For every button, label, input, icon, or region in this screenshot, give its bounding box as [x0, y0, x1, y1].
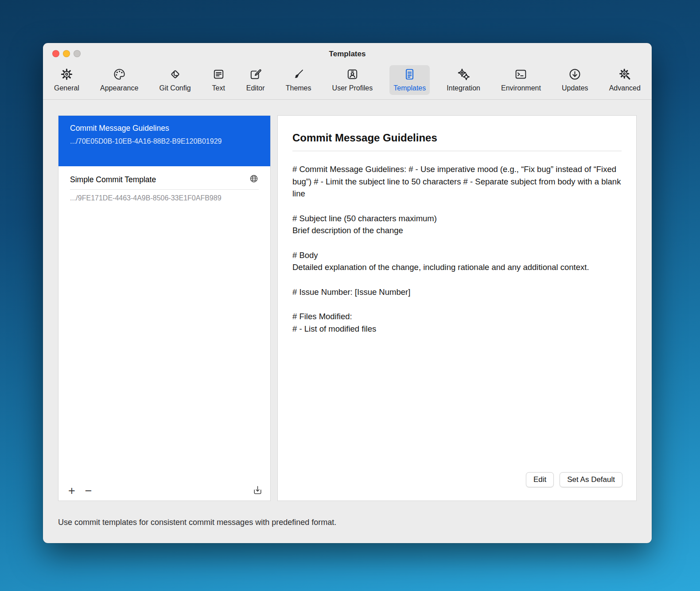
tab-environment[interactable]: Environment — [497, 65, 545, 95]
tab-general[interactable]: General — [50, 65, 83, 95]
zoom-window-button[interactable] — [74, 50, 81, 57]
template-paragraph: # Files Modified: # - List of modified f… — [292, 310, 622, 335]
list-controls: + − — [66, 485, 263, 497]
row-separator — [70, 189, 259, 190]
text-lines-icon — [212, 67, 226, 83]
template-detail-panel: Commit Message Guidelines # Commit Messa… — [277, 115, 637, 501]
desktop: { "window": { "title": "Templates" }, "t… — [0, 0, 700, 591]
template-path: .../70E05D0B-10EB-4A16-88B2-B9E120B01929 — [70, 137, 259, 146]
palette-icon — [113, 67, 126, 83]
list-item-commit-message-guidelines[interactable]: Commit Message Guidelines .../70E05D0B-1… — [58, 116, 270, 166]
tab-label: Appearance — [100, 84, 138, 92]
template-paragraph: # Body Detailed explanation of the chang… — [292, 249, 622, 274]
gear-wrench-icon — [618, 67, 632, 83]
tab-label: Integration — [447, 84, 480, 92]
terminal-icon — [514, 67, 528, 83]
import-icon — [252, 490, 263, 497]
template-list-panel: Commit Message Guidelines .../70E05D0B-1… — [58, 115, 271, 501]
person-card-icon — [346, 67, 359, 83]
window-title: Templates — [329, 48, 366, 59]
tab-templates[interactable]: Templates — [389, 65, 430, 95]
tab-label: Environment — [501, 84, 541, 92]
tab-advanced[interactable]: Advanced — [605, 65, 645, 95]
minimize-window-button[interactable] — [63, 50, 70, 57]
traffic-lights — [52, 50, 81, 57]
tab-label: User Profiles — [332, 84, 373, 92]
template-title: Commit Message Guidelines — [70, 123, 169, 133]
gears-icon — [457, 67, 471, 83]
globe-icon — [249, 174, 259, 185]
titlebar: Templates — [43, 43, 652, 63]
tab-user-profiles[interactable]: User Profiles — [328, 65, 377, 95]
template-paragraph: # Commit Message Guidelines: # - Use imp… — [292, 163, 622, 200]
edit-button[interactable]: Edit — [526, 472, 554, 487]
list-item-simple-commit-template[interactable]: Simple Commit Template .../9FE171DE-4463… — [58, 166, 270, 209]
set-as-default-button[interactable]: Set As Default — [560, 472, 622, 487]
tab-label: Git Config — [159, 84, 191, 92]
tab-label: Templates — [393, 84, 426, 92]
arrow-down-circle-icon — [568, 67, 582, 83]
detail-divider — [292, 151, 622, 151]
pencil-square-icon — [249, 67, 262, 83]
git-branch-icon — [168, 67, 182, 83]
paintbrush-icon — [292, 67, 305, 83]
detail-title: Commit Message Guidelines — [292, 132, 622, 144]
tab-themes[interactable]: Themes — [282, 65, 315, 95]
preferences-window: Templates General Appearance — [43, 43, 652, 543]
tab-label: Updates — [562, 84, 588, 92]
document-icon — [403, 67, 416, 83]
tab-git-config[interactable]: Git Config — [155, 65, 194, 95]
preferences-toolbar: General Appearance Git Config — [43, 63, 652, 100]
tab-updates[interactable]: Updates — [558, 65, 592, 95]
template-paragraph: # Subject line (50 characters maximum) B… — [292, 212, 622, 237]
tab-label: Text — [212, 84, 225, 92]
templates-pane: Commit Message Guidelines .../70E05D0B-1… — [43, 100, 652, 501]
template-body: # Commit Message Guidelines: # - Use imp… — [292, 163, 622, 335]
template-title: Simple Commit Template — [70, 175, 156, 184]
tab-label: General — [54, 84, 79, 92]
template-paragraph: # Issue Number: [Issue Number] — [292, 286, 622, 298]
tab-text[interactable]: Text — [208, 65, 229, 95]
tab-label: Themes — [286, 84, 311, 92]
close-window-button[interactable] — [52, 50, 59, 57]
tab-appearance[interactable]: Appearance — [96, 65, 142, 95]
detail-actions: Edit Set As Default — [526, 472, 622, 487]
tab-integration[interactable]: Integration — [443, 65, 484, 95]
gear-icon — [60, 67, 74, 83]
tab-label: Advanced — [609, 84, 641, 92]
tab-editor[interactable]: Editor — [242, 65, 269, 95]
tab-label: Editor — [246, 84, 265, 92]
template-path: .../9FE171DE-4463-4A9B-8506-33E1F0AFB989 — [70, 194, 259, 203]
footer-description: Use commit templates for consistent comm… — [43, 518, 652, 527]
add-template-button[interactable]: + — [66, 485, 77, 497]
remove-template-button[interactable]: − — [83, 485, 94, 497]
import-template-button[interactable] — [252, 485, 263, 497]
